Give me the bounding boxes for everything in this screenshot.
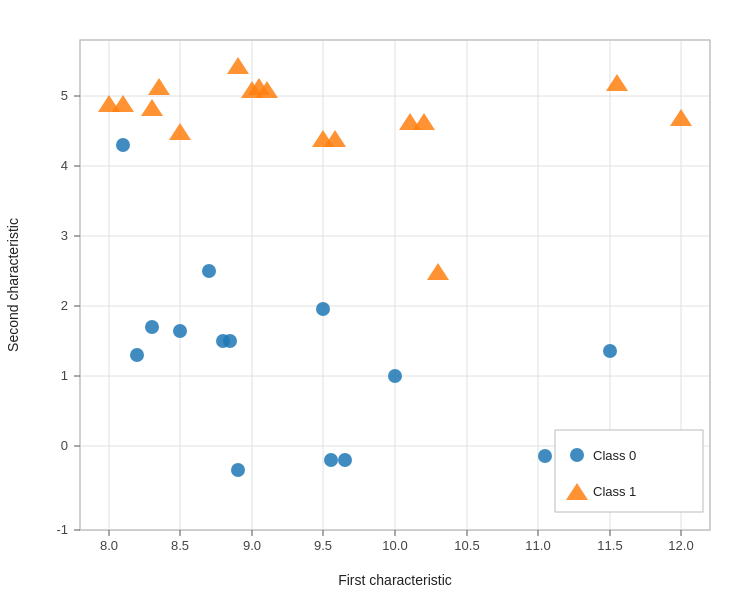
y-tick: 0 (61, 438, 68, 453)
x-tick: 9.5 (314, 538, 332, 553)
class0-point (202, 264, 216, 278)
chart-container: 8.0 8.5 9.0 9.5 10.0 10.5 11.0 11.5 12.0… (0, 0, 750, 608)
class0-point (603, 344, 617, 358)
class0-point (116, 138, 130, 152)
y-axis-label: Second characteristic (5, 218, 21, 352)
class0-point (145, 320, 159, 334)
x-tick: 11.5 (597, 538, 622, 553)
x-tick: 11.0 (525, 538, 550, 553)
class0-point (538, 449, 552, 463)
x-tick: 8.0 (100, 538, 118, 553)
y-tick: 5 (61, 88, 68, 103)
x-axis-label: First characteristic (338, 572, 452, 588)
y-tick: 2 (61, 298, 68, 313)
y-tick: 3 (61, 228, 68, 243)
legend-class0-label: Class 0 (593, 448, 636, 463)
class0-point (388, 369, 402, 383)
class0-point (173, 324, 187, 338)
class0-point (223, 334, 237, 348)
x-tick: 8.5 (171, 538, 189, 553)
x-tick: 10.0 (382, 538, 407, 553)
x-tick: 12.0 (668, 538, 693, 553)
y-tick: 4 (61, 158, 68, 173)
class0-point (316, 302, 330, 316)
class0-point (231, 463, 245, 477)
y-tick: 1 (61, 368, 68, 383)
class0-point (130, 348, 144, 362)
x-tick: 9.0 (243, 538, 261, 553)
y-tick: -1 (56, 522, 68, 537)
class0-point (324, 453, 338, 467)
x-tick: 10.5 (454, 538, 479, 553)
class0-point (338, 453, 352, 467)
legend-class0-icon (570, 448, 584, 462)
scatter-plot: 8.0 8.5 9.0 9.5 10.0 10.5 11.0 11.5 12.0… (0, 0, 750, 608)
legend-class1-label: Class 1 (593, 484, 636, 499)
